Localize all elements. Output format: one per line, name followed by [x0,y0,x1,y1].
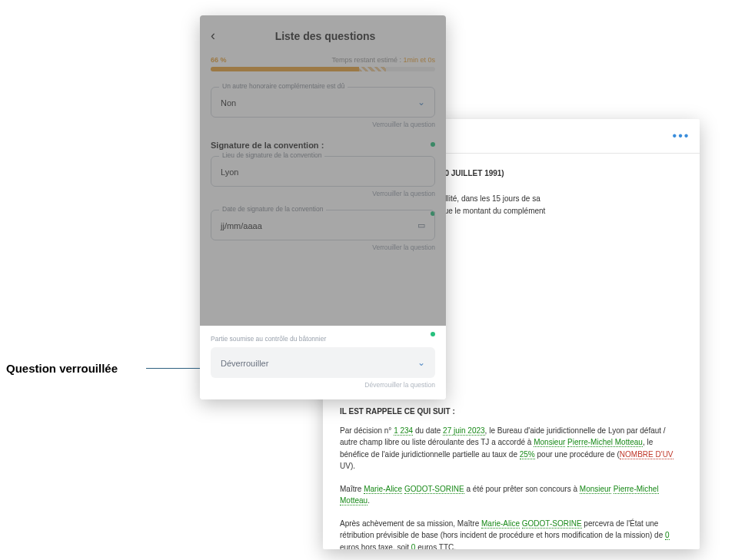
field-legend: Partie soumise au contrôle du bâtonnier [211,335,435,343]
title-link[interactable]: Monsieur [534,438,565,447]
panel-title: Liste des questions [215,30,435,42]
question-group: Date de signature de la convention jj/mm… [200,202,446,256]
progress-section: 66 % Temps restant estimé : 1min et 0s [200,56,446,79]
progress-bar [211,67,435,71]
status-indicator [431,142,435,147]
questions-side-panel: ‹ Liste des questions 66 % Temps restant… [200,15,446,399]
value-link[interactable]: 1 234 [394,426,413,436]
progress-time-label: Temps restant estimé : [331,56,401,64]
calendar-icon: ▭ [417,220,425,230]
date-link[interactable]: 27 juin 2023 [443,426,485,436]
progress-pending [359,67,386,71]
person-link[interactable]: Marie-Alice [481,519,520,529]
person-link[interactable]: Pierre-Michel Motteau [567,438,643,447]
field-value: Non [221,98,236,108]
annotation-label: Question verrouillée [6,362,118,375]
placeholder-text: NOMBRE D'UV [620,450,673,459]
document-paragraph: Par décision n° 1 234 du date 27 juin 20… [340,425,683,472]
chevron-down-icon: ⌄ [417,357,425,368]
lock-question-link[interactable]: Verrouiller la question [211,244,435,251]
input-date-signature[interactable]: Date de signature de la convention jj/mm… [211,210,435,240]
field-value: Déverrouiller [221,359,268,368]
person-link[interactable]: GODOT-SORINE [522,519,582,529]
progress-fill [211,67,359,71]
progress-percent: 66 % [211,56,227,64]
field-legend: Un autre honoraire complémentaire est dû [219,82,348,90]
document-paragraph: Après achèvement de sa mission, Maître M… [340,518,683,550]
document-paragraph: Maître Marie-Alice GODOT-SORINE a été po… [340,483,683,507]
status-indicator [431,332,435,336]
panel-header: ‹ Liste des questions [200,15,446,56]
progress-time-value: 1min et 0s [403,56,435,64]
person-link[interactable]: Marie-Alice [364,485,402,494]
person-link[interactable]: GODOT-SORINE [404,485,464,494]
field-value: Lyon [221,167,238,177]
title-link[interactable]: Monsieur [580,485,611,494]
locked-question-card: Partie soumise au contrôle du bâtonnier … [200,326,446,399]
lock-question-link[interactable]: Verrouiller la question [211,121,435,128]
question-group: Un autre honoraire complémentaire est dû… [200,79,446,133]
value-link[interactable]: 25% [520,450,535,459]
unlock-question-link[interactable]: Déverrouiller la question [211,381,435,389]
locked-select[interactable]: Déverrouiller ⌄ [211,347,435,378]
field-placeholder: jj/mm/aaaa [221,221,262,230]
chevron-down-icon: ⌄ [417,97,425,108]
field-legend: Date de signature de la convention [219,205,326,213]
value-link[interactable]: 0 [665,531,670,540]
field-legend: Lieu de signature de la convention [219,151,324,159]
lock-question-link[interactable]: Verrouiller la question [211,190,435,197]
question-section: Signature de la convention : Lieu de sig… [200,133,446,202]
select-honoraire[interactable]: Un autre honoraire complémentaire est dû… [211,87,435,118]
document-section: IL EST RAPPELE CE QUI SUIT : [340,406,683,417]
section-label: Signature de la convention : [211,141,435,150]
input-lieu-signature[interactable]: Lieu de signature de la convention Lyon [211,156,435,187]
more-options-button[interactable]: ••• [670,127,692,145]
